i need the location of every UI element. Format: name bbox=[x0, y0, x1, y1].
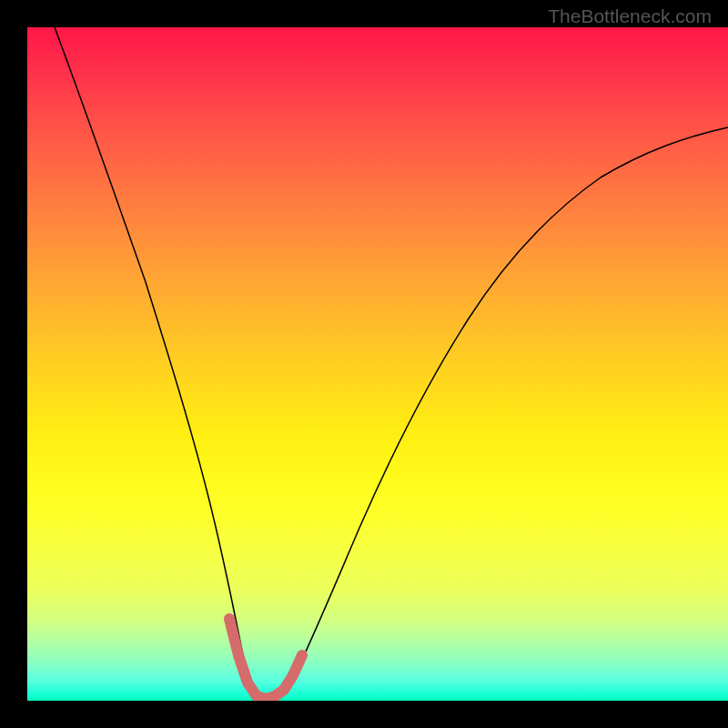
watermark-label: TheBottleneck.com bbox=[548, 5, 712, 27]
optimal-zone-highlight bbox=[229, 619, 302, 699]
chart-svg bbox=[27, 27, 728, 701]
plot-area bbox=[27, 27, 728, 701]
bottleneck-curve-line bbox=[55, 27, 728, 701]
